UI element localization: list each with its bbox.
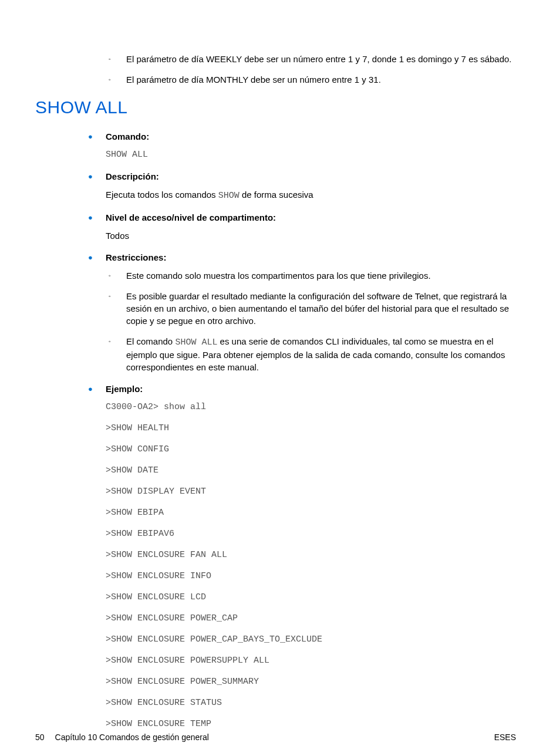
hollow-bullet-icon: ◦ — [109, 290, 126, 327]
text-fragment: de forma sucesiva — [239, 190, 313, 200]
solid-bullet-icon: ● — [88, 170, 106, 183]
code-line: >SHOW ENCLOSURE STATUS — [106, 697, 516, 709]
hollow-bullet-icon: ◦ — [109, 53, 126, 65]
code-line: >SHOW EBIPA — [106, 507, 516, 519]
intro-sublist: ◦ El parámetro de día WEEKLY debe ser un… — [109, 53, 516, 86]
chapter-title: Capítulo 10 Comandos de gestión general — [55, 732, 209, 744]
list-item: ● Ejemplo: — [88, 383, 516, 395]
text-fragment: El comando — [126, 336, 175, 346]
code-line: >SHOW CONFIG — [106, 443, 516, 455]
description-section: ● Descripción: — [88, 170, 516, 183]
field-label: Restricciones: — [106, 251, 166, 264]
list-item: ● Comando: — [88, 130, 516, 143]
page-footer: 50 Capítulo 10 Comandos de gestión gener… — [35, 732, 516, 744]
hollow-bullet-icon: ◦ — [109, 73, 126, 86]
field-label: Descripción: — [106, 170, 159, 183]
code-line: >SHOW ENCLOSURE POWER_CAP — [106, 612, 516, 625]
code-line: >SHOW ENCLOSURE POWER_CAP_BAYS_TO_EXCLUD… — [106, 633, 516, 646]
list-item: ◦ El parámetro de día WEEKLY debe ser un… — [109, 53, 516, 65]
solid-bullet-icon: ● — [88, 383, 106, 395]
list-text: El parámetro de día MONTHLY debe ser un … — [126, 73, 516, 86]
code-line: >SHOW ENCLOSURE INFO — [106, 570, 516, 582]
access-level-value: Todos — [106, 229, 516, 242]
solid-bullet-icon: ● — [88, 130, 106, 143]
example-section: ● Ejemplo: — [88, 383, 516, 395]
section-title: SHOW ALL — [35, 95, 516, 120]
field-label: Ejemplo: — [106, 383, 143, 395]
example-code-block: C3000-OA2> show all >SHOW HEALTH >SHOW C… — [106, 401, 516, 730]
command-value: SHOW ALL — [106, 148, 516, 161]
code-line: C3000-OA2> show all — [106, 401, 516, 413]
field-label: Nivel de acceso/nivel de compartimento: — [106, 211, 276, 224]
hollow-bullet-icon: ◦ — [109, 269, 126, 282]
footer-left: 50 Capítulo 10 Comandos de gestión gener… — [35, 732, 209, 744]
list-text: El parámetro de día WEEKLY debe ser un n… — [126, 53, 516, 65]
list-text: El comando SHOW ALL es una serie de coma… — [126, 335, 516, 373]
list-text: Este comando solo muestra los compartime… — [126, 269, 516, 282]
solid-bullet-icon: ● — [88, 251, 106, 264]
hollow-bullet-icon: ◦ — [109, 335, 126, 373]
description-value: Ejecuta todos los comandos SHOW de forma… — [106, 188, 516, 202]
inline-code: SHOW ALL — [175, 337, 217, 347]
list-item: ◦ El parámetro de día MONTHLY debe ser u… — [109, 73, 516, 86]
text-fragment: Ejecuta todos los comandos — [106, 190, 218, 200]
list-item: ◦ Este comando solo muestra los comparti… — [109, 269, 516, 282]
code-line: >SHOW ENCLOSURE LCD — [106, 591, 516, 603]
code-line: >SHOW ENCLOSURE POWERSUPPLY ALL — [106, 654, 516, 667]
code-line: >SHOW EBIPAV6 — [106, 528, 516, 540]
list-item: ◦ El comando SHOW ALL es una serie de co… — [109, 335, 516, 373]
list-item: ● Descripción: — [88, 170, 516, 183]
code-line: >SHOW ENCLOSURE TEMP — [106, 718, 516, 730]
list-item: ● Nivel de acceso/nivel de compartimento… — [88, 211, 516, 224]
access-level-section: ● Nivel de acceso/nivel de compartimento… — [88, 211, 516, 224]
solid-bullet-icon: ● — [88, 211, 106, 224]
page-number: 50 — [35, 732, 45, 744]
command-section: ● Comando: — [88, 130, 516, 143]
code-line: >SHOW DATE — [106, 464, 516, 477]
footer-lang: ESES — [494, 732, 516, 744]
code-line: >SHOW ENCLOSURE POWER_SUMMARY — [106, 676, 516, 688]
restrictions-section: ● Restricciones: — [88, 251, 516, 264]
list-item: ◦ Es posible guardar el resultado median… — [109, 290, 516, 327]
inline-code: SHOW — [218, 191, 239, 201]
code-line: >SHOW DISPLAY EVENT — [106, 485, 516, 498]
document-page: ◦ El parámetro de día WEEKLY debe ser un… — [0, 0, 560, 746]
restrictions-sublist: ◦ Este comando solo muestra los comparti… — [109, 269, 516, 373]
list-item: ● Restricciones: — [88, 251, 516, 264]
code-line: >SHOW HEALTH — [106, 422, 516, 434]
code-line: >SHOW ENCLOSURE FAN ALL — [106, 549, 516, 561]
field-label: Comando: — [106, 130, 149, 143]
list-text: Es posible guardar el resultado mediante… — [126, 290, 516, 327]
